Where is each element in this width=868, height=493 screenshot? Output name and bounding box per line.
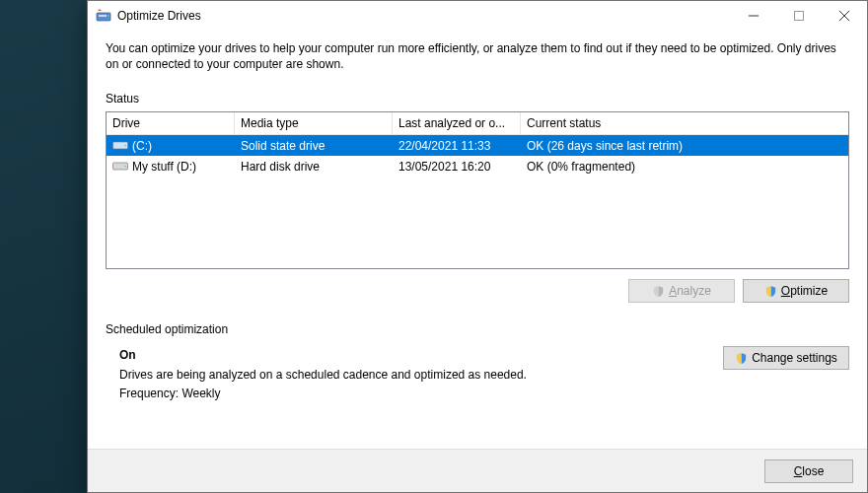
scheduled-status: On: [119, 346, 723, 365]
drives-table[interactable]: Drive Media type Last analyzed or o... C…: [106, 111, 849, 269]
table-row[interactable]: My stuff (D:)Hard disk drive13/05/2021 1…: [107, 156, 848, 176]
window-title: Optimize Drives: [117, 9, 201, 23]
scheduled-label: Scheduled optimization: [106, 322, 849, 336]
close-dialog-button[interactable]: Close: [764, 459, 853, 483]
scheduled-description: Drives are being analyzed on a scheduled…: [119, 366, 723, 385]
change-settings-button[interactable]: Change settings: [723, 346, 849, 370]
media-type: Hard disk drive: [241, 160, 320, 174]
change-settings-label: Change settings: [752, 351, 837, 365]
footer: Close: [88, 449, 867, 492]
intro-text: You can optimize your drives to help you…: [106, 40, 849, 72]
minimize-button[interactable]: [731, 1, 776, 31]
last-analyzed: 22/04/2021 11:33: [398, 139, 490, 153]
drive-name: My stuff (D:): [132, 160, 196, 174]
svg-rect-1: [99, 15, 107, 17]
status-label: Status: [106, 92, 849, 106]
shield-icon: [652, 285, 665, 298]
table-header: Drive Media type Last analyzed or o... C…: [107, 112, 848, 135]
optimize-label: Optimize: [781, 284, 828, 298]
svg-point-10: [124, 166, 126, 168]
col-header-status[interactable]: Current status: [521, 112, 848, 134]
col-header-last[interactable]: Last analyzed or o...: [393, 112, 521, 134]
shield-icon: [764, 285, 777, 298]
close-button[interactable]: [822, 1, 867, 31]
shield-icon: [735, 352, 748, 365]
table-row[interactable]: (C:)Solid state drive22/04/2021 11:33OK …: [107, 135, 848, 156]
ssd-drive-icon: [112, 140, 128, 152]
media-type: Solid state drive: [241, 139, 325, 153]
analyze-button: Analyze: [628, 279, 735, 303]
analyze-label: Analyze: [669, 284, 711, 298]
svg-point-2: [108, 15, 109, 17]
current-status: OK (26 days since last retrim): [527, 139, 683, 153]
close-label: Close: [794, 464, 825, 478]
scheduled-frequency: Frequency: Weekly: [119, 385, 723, 403]
last-analyzed: 13/05/2021 16:20: [398, 160, 490, 174]
app-icon: [96, 8, 111, 24]
col-header-drive[interactable]: Drive: [107, 112, 235, 134]
optimize-button[interactable]: Optimize: [743, 279, 849, 303]
titlebar: Optimize Drives: [88, 1, 867, 31]
current-status: OK (0% fragmented): [527, 160, 635, 174]
maximize-button[interactable]: [776, 1, 822, 31]
col-header-media[interactable]: Media type: [235, 112, 393, 134]
hdd-drive-icon: [112, 161, 128, 173]
svg-rect-4: [795, 12, 804, 21]
svg-point-8: [124, 145, 126, 147]
optimize-drives-window: Optimize Drives You can optimize your dr…: [87, 0, 868, 493]
drive-name: (C:): [132, 139, 152, 153]
